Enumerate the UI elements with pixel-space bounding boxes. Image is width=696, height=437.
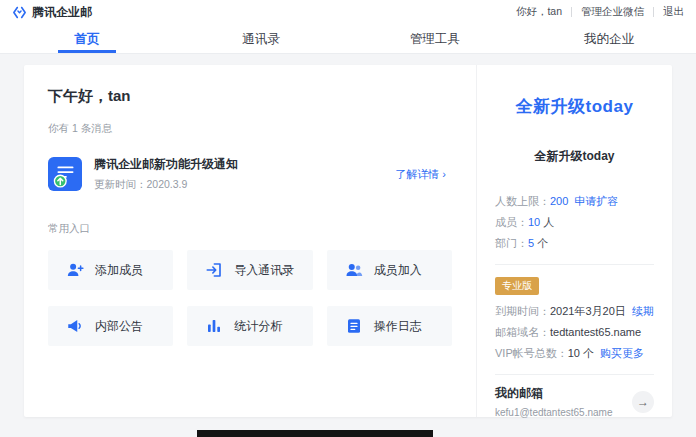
plan-badge: 专业版 — [495, 277, 539, 295]
main-content: 下午好，tan 你有 1 条消息 腾讯企业邮新功能升级通知 更新时间：2020.… — [24, 65, 476, 417]
announcement-button[interactable]: 内部公告 — [48, 306, 173, 346]
notice-detail-link[interactable]: 了解详情 › — [395, 167, 452, 182]
tab-my-company[interactable]: 我的企业 — [522, 24, 696, 53]
domain-label: 邮箱域名： — [495, 326, 550, 338]
member-limit-label: 人数上限： — [495, 195, 550, 207]
manage-wecom-link[interactable]: 管理企业微信 — [581, 5, 644, 19]
import-contacts-button[interactable]: 导入通讯录 — [187, 250, 312, 290]
info-sidebar: 全新升级today 全新升级today 人数上限：200申请扩容 成员：10 人… — [476, 65, 672, 417]
shortcut-label: 内部公告 — [95, 318, 143, 335]
go-to-mailbox-button[interactable]: → — [632, 391, 654, 413]
shortcut-label: 成员加入 — [374, 262, 422, 279]
shortcuts-label: 常用入口 — [48, 222, 452, 236]
announcement-icon — [66, 317, 84, 335]
stats-icon — [205, 317, 223, 335]
page-greeting: 下午好，tan — [48, 87, 452, 106]
renew-link[interactable]: 续期 — [632, 305, 654, 317]
promo-title: 全新升级today — [495, 95, 654, 118]
operation-log-button[interactable]: 操作日志 — [327, 306, 452, 346]
buy-more-link[interactable]: 购买更多 — [600, 347, 644, 359]
member-count-value: 10 — [528, 216, 540, 228]
main-card: 下午好，tan 你有 1 条消息 腾讯企业邮新功能升级通知 更新时间：2020.… — [24, 65, 672, 417]
member-count-label: 成员： — [495, 216, 528, 228]
import-contacts-icon — [205, 261, 223, 279]
expiry-value: 2021年3月20日 — [550, 305, 626, 317]
vip-value: 10 个 — [568, 347, 594, 359]
shortcut-label: 添加成员 — [95, 262, 143, 279]
notice-updated: 更新时间：2020.3.9 — [94, 178, 238, 192]
shortcut-label: 导入通讯录 — [234, 262, 294, 279]
logout-link[interactable]: 退出 — [663, 5, 684, 19]
expand-capacity-link[interactable]: 申请扩容 — [574, 195, 618, 207]
shortcut-label: 操作日志 — [374, 318, 422, 335]
message-count: 你有 1 条消息 — [48, 122, 452, 136]
shortcut-grid: 添加成员 导入通讯录 成员加入 — [48, 250, 452, 346]
member-join-icon — [345, 261, 363, 279]
bottom-black-bar — [197, 430, 433, 437]
exmail-logo-icon — [12, 5, 27, 20]
member-count-line: 成员：10 人 — [495, 212, 654, 233]
main-nav: 首页 通讯录 管理工具 我的企业 — [0, 24, 696, 54]
department-count-label: 部门： — [495, 237, 528, 249]
top-links: 你好，tan 管理企业微信 退出 — [516, 5, 684, 19]
add-member-button[interactable]: 添加成员 — [48, 250, 173, 290]
my-mailbox-row: 我的邮箱 kefu1@tedtantest65.name → — [495, 385, 654, 418]
upgrade-notice-row[interactable]: 腾讯企业邮新功能升级通知 更新时间：2020.3.9 了解详情 › — [48, 148, 452, 206]
expiry-line: 到期时间：2021年3月20日续期 — [495, 301, 654, 322]
tab-admin-tools[interactable]: 管理工具 — [348, 24, 522, 53]
shortcut-label: 统计分析 — [234, 318, 282, 335]
vip-line: VIP帐号总数：10 个购买更多 — [495, 343, 654, 364]
member-limit-line: 人数上限：200申请扩容 — [495, 191, 654, 212]
department-count-unit: 个 — [534, 237, 548, 249]
notice-mail-icon — [48, 157, 82, 191]
logo: 腾讯企业邮 — [12, 4, 92, 21]
divider — [495, 374, 654, 375]
log-icon — [345, 317, 363, 335]
logo-text: 腾讯企业邮 — [32, 4, 92, 21]
expiry-label: 到期时间： — [495, 305, 550, 317]
member-limit-value: 200 — [550, 195, 568, 207]
divider — [495, 264, 654, 265]
divider — [571, 7, 572, 17]
tab-contacts[interactable]: 通讯录 — [174, 24, 348, 53]
add-member-icon — [66, 261, 84, 279]
notice-title: 腾讯企业邮新功能升级通知 — [94, 156, 238, 173]
mailbox-info: 我的邮箱 kefu1@tedtantest65.name — [495, 385, 626, 418]
member-count-unit: 人 — [540, 216, 554, 228]
domain-line: 邮箱域名：tedtantest65.name — [495, 322, 654, 343]
divider — [653, 7, 654, 17]
stats-button[interactable]: 统计分析 — [187, 306, 312, 346]
mailbox-title: 我的邮箱 — [495, 385, 626, 402]
vip-label: VIP帐号总数： — [495, 347, 568, 359]
mailbox-email: kefu1@tedtantest65.name — [495, 407, 626, 418]
member-join-button[interactable]: 成员加入 — [327, 250, 452, 290]
notice-text: 腾讯企业邮新功能升级通知 更新时间：2020.3.9 — [94, 156, 238, 192]
department-count-line: 部门：5 个 — [495, 233, 654, 254]
top-bar: 腾讯企业邮 你好，tan 管理企业微信 退出 — [0, 0, 696, 24]
user-greeting: 你好，tan — [516, 5, 562, 19]
tab-home[interactable]: 首页 — [0, 24, 174, 53]
domain-value: tedtantest65.name — [550, 326, 641, 338]
promo-subtitle: 全新升级today — [495, 148, 654, 165]
